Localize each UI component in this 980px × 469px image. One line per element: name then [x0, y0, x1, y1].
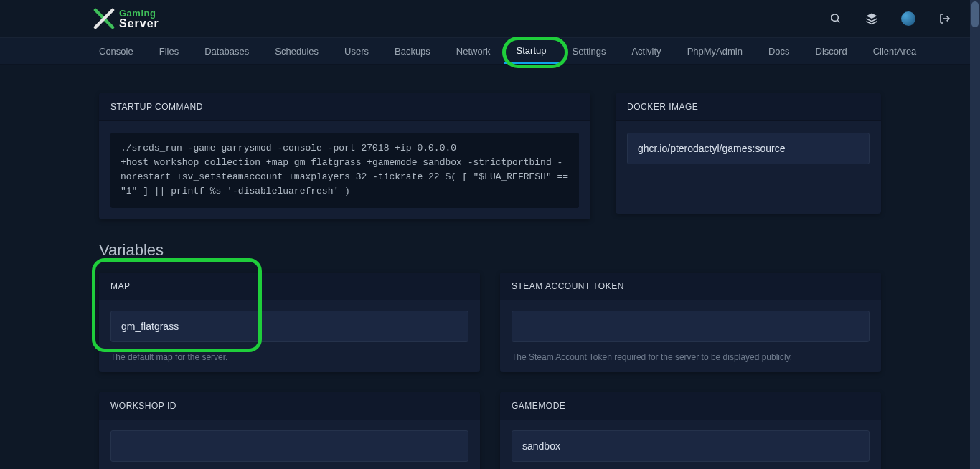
variable-card-map: MAPThe default map for the server. — [99, 273, 480, 372]
variables-title: Variables — [99, 241, 881, 260]
variable-header: MAP — [99, 273, 480, 300]
startup-command-header: STARTUP COMMAND — [99, 93, 590, 121]
variable-input[interactable] — [110, 430, 468, 462]
scrollbar-gutter[interactable] — [970, 0, 980, 469]
variable-card-steam-account-token: STEAM ACCOUNT TOKENThe Steam Account Tok… — [500, 273, 881, 372]
variable-card-gamemode: GAMEMODEThe gamemode of your server. — [500, 392, 881, 469]
variable-helper: The ID of your workshop collection (the … — [99, 463, 480, 469]
brand-top-text: Gaming — [119, 9, 159, 18]
nav-item-settings[interactable]: Settings — [559, 38, 618, 64]
nav-item-activity[interactable]: Activity — [618, 38, 674, 64]
variables-grid: MAPThe default map for the server.STEAM … — [99, 273, 881, 469]
top-actions — [829, 11, 951, 26]
nav-item-startup[interactable]: Startup — [504, 38, 560, 64]
nav-item-discord[interactable]: Discord — [803, 38, 860, 64]
docker-image-header: DOCKER IMAGE — [616, 93, 881, 121]
layers-icon[interactable] — [865, 12, 878, 25]
variable-helper: The default map for the server. — [99, 344, 480, 372]
brand-bottom-text: Server — [119, 18, 159, 29]
variable-input[interactable] — [512, 430, 870, 462]
search-icon[interactable] — [829, 12, 842, 25]
svg-point-0 — [831, 14, 838, 21]
nav-item-backups[interactable]: Backups — [382, 38, 443, 64]
variable-header: WORKSHOP ID — [99, 392, 480, 420]
nav-item-files[interactable]: Files — [146, 38, 192, 64]
nav-item-users[interactable]: Users — [331, 38, 382, 64]
variable-header: STEAM ACCOUNT TOKEN — [500, 273, 881, 300]
nav-item-network[interactable]: Network — [443, 38, 504, 64]
scrollbar-thumb[interactable] — [971, 1, 979, 27]
nav-item-console[interactable]: Console — [86, 38, 146, 64]
variable-header: GAMEMODE — [500, 392, 881, 420]
page-container: STARTUP COMMAND ./srcds_run -game garrys… — [99, 65, 881, 469]
logout-icon[interactable] — [938, 12, 951, 25]
docker-image-card: DOCKER IMAGE — [616, 93, 881, 214]
nav-item-databases[interactable]: Databases — [192, 38, 262, 64]
nav-item-docs[interactable]: Docs — [755, 38, 803, 64]
variable-helper: The Steam Account Token required for the… — [500, 344, 881, 372]
variable-card-workshop-id: WORKSHOP IDThe ID of your workshop colle… — [99, 392, 480, 469]
top-header: Gaming Server — [0, 0, 980, 37]
variable-helper: The gamemode of your server. — [500, 463, 881, 469]
globe-icon[interactable] — [901, 11, 915, 26]
startup-command-card: STARTUP COMMAND ./srcds_run -game garrys… — [99, 93, 590, 219]
startup-command-text: ./srcds_run -game garrysmod -console -po… — [110, 133, 579, 208]
brand-x-icon — [93, 8, 115, 29]
variable-input[interactable] — [110, 311, 468, 342]
nav-item-schedules[interactable]: Schedules — [262, 38, 331, 64]
main-nav: ConsoleFilesDatabasesSchedulesUsersBacku… — [0, 37, 980, 65]
brand-logo[interactable]: Gaming Server — [93, 8, 159, 29]
svg-line-1 — [837, 20, 839, 22]
nav-item-clientarea[interactable]: ClientArea — [860, 38, 930, 64]
docker-image-input[interactable] — [627, 133, 870, 164]
nav-item-phpmyadmin[interactable]: PhpMyAdmin — [674, 38, 755, 64]
variable-input[interactable] — [512, 311, 870, 342]
